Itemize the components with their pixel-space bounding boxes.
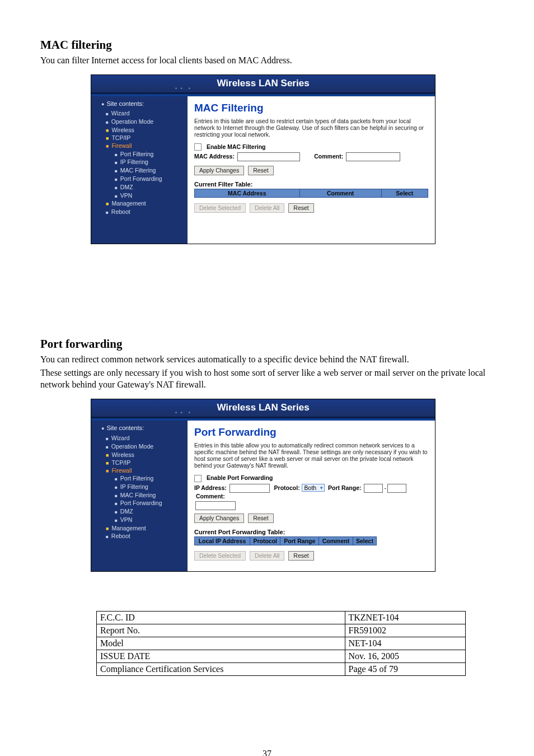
heading-mac-filtering: MAC filtering: [40, 38, 495, 52]
sidebar-item-ip-filtering-2[interactable]: IP Filtering: [92, 483, 188, 491]
sidebar-item-wizard[interactable]: Wizard: [92, 109, 188, 118]
site-contents-label: Site contents:: [92, 99, 188, 110]
sidebar-item-firewall[interactable]: Firewall: [92, 142, 188, 150]
ccs-label: Compliance Certification Services: [97, 663, 345, 676]
enable-mac-filtering-label: Enable MAC Filtering: [207, 143, 266, 150]
mac-address-input[interactable]: [237, 152, 300, 161]
delete-selected-button[interactable]: Delete Selected: [194, 203, 246, 213]
col-comment: Comment: [299, 189, 381, 198]
sidebar-item-wireless[interactable]: Wireless: [92, 126, 188, 134]
col-select: Select: [381, 189, 428, 198]
delete-all-button[interactable]: Delete All: [250, 203, 284, 213]
pf-comment-label: Comment:: [196, 493, 225, 500]
enable-port-forwarding-checkbox[interactable]: [194, 475, 202, 482]
ip-address-label: IP Address:: [194, 484, 227, 491]
pf-comment-input[interactable]: [195, 501, 236, 510]
pf-delete-selected-button[interactable]: Delete Selected: [194, 551, 246, 561]
pf-col-comment: Comment: [319, 537, 353, 545]
mac-address-label: MAC Address:: [194, 153, 235, 160]
sidebar: Site contents: Wizard Operation Mode Wir…: [91, 96, 188, 244]
sidebar-item-tcpip-2[interactable]: TCP/IP: [92, 459, 188, 466]
sidebar-item-reboot-2[interactable]: Reboot: [92, 532, 188, 540]
report-no-value: FR591002: [345, 624, 465, 637]
page-number: 37: [39, 749, 495, 756]
sidebar-item-vpn[interactable]: VPN: [92, 192, 188, 200]
port-forwarding-description: Entries in this table allow you to autom…: [194, 442, 428, 469]
protocol-select[interactable]: Both: [302, 484, 325, 492]
port-range-to-input[interactable]: [387, 484, 406, 493]
sidebar-item-wizard-2[interactable]: Wizard: [92, 434, 188, 442]
enable-port-forwarding-label: Enable Port Forwarding: [207, 474, 273, 481]
ccs-page: Page 45 of 79: [345, 663, 465, 676]
sidebar-item-dmz-2[interactable]: DMZ: [92, 507, 188, 516]
table-row: ModelNET-104: [97, 637, 466, 650]
screenshot-port-forwarding: Wireless LAN Series • • • Site contents:…: [91, 399, 435, 572]
fcc-id-value: TKZNET-104: [345, 612, 465, 624]
sidebar-item-vpn-2[interactable]: VPN: [92, 516, 188, 524]
sidebar-item-firewall-2[interactable]: Firewall: [92, 466, 188, 474]
model-label: Model: [97, 637, 345, 650]
sidebar-item-reboot[interactable]: Reboot: [92, 208, 188, 216]
ip-address-input[interactable]: [229, 484, 270, 493]
pf-delete-all-button[interactable]: Delete All: [250, 551, 284, 561]
sidebar-2: Site contents: Wizard Operation Mode Wir…: [91, 421, 188, 571]
sidebar-item-management[interactable]: Management: [92, 199, 188, 207]
router-header: Wireless LAN Series • • •: [91, 75, 435, 94]
header-dots-2: • • •: [175, 410, 191, 416]
sidebar-item-mac-filtering-2[interactable]: MAC Filtering: [92, 491, 188, 500]
sidebar-item-management-2[interactable]: Management: [92, 524, 188, 532]
table-row: F.C.C. IDTKZNET-104: [97, 612, 466, 624]
col-mac-address: MAC Address: [195, 189, 300, 198]
pf-col-select: Select: [353, 537, 376, 545]
protocol-label: Protocol:: [274, 484, 300, 491]
report-no-label: Report No.: [97, 624, 345, 637]
table-row: Compliance Certification ServicesPage 45…: [97, 663, 466, 676]
sidebar-item-port-filtering-2[interactable]: Port Filtering: [92, 474, 188, 483]
pf-col-ip: Local IP Address: [195, 537, 250, 545]
header-dots: • • •: [175, 86, 191, 91]
issue-date-value: Nov. 16, 2005: [345, 650, 465, 663]
comment-label: Comment:: [314, 153, 343, 160]
reset-button-2[interactable]: Reset: [288, 203, 313, 213]
fcc-id-label: F.C.C. ID: [97, 612, 345, 624]
router-header-2: Wireless LAN Series • • •: [91, 399, 435, 418]
table-row: ISSUE DATENov. 16, 2005: [97, 650, 466, 663]
mac-filtering-description: Entries in this table are used to restri…: [194, 118, 428, 138]
text-port-forwarding-1: You can redirect common network services…: [40, 353, 495, 366]
heading-port-forwarding: Port forwarding: [40, 337, 495, 351]
screenshot-mac-filtering: Wireless LAN Series • • • Site contents:…: [91, 74, 435, 245]
sidebar-item-operation-mode-2[interactable]: Operation Mode: [92, 442, 188, 451]
table-row: Report No.FR591002: [97, 624, 466, 637]
sidebar-item-ip-filtering[interactable]: IP Filtering: [92, 158, 188, 166]
document-info-table: F.C.C. IDTKZNET-104 Report No.FR591002 M…: [96, 611, 466, 676]
port-range-label: Port Range:: [328, 484, 362, 491]
sidebar-item-wireless-2[interactable]: Wireless: [92, 451, 188, 459]
pf-col-port-range: Port Range: [280, 537, 319, 545]
pf-apply-changes-button[interactable]: Apply Changes: [194, 514, 244, 523]
page-title-port-forwarding: Port Forwarding: [194, 426, 428, 438]
sidebar-item-port-forwarding[interactable]: Port Forwarding: [92, 175, 188, 183]
current-pf-table-label: Current Port Forwarding Table:: [194, 529, 428, 535]
model-value: NET-104: [345, 637, 465, 650]
reset-button[interactable]: Reset: [248, 166, 273, 175]
enable-mac-filtering-checkbox[interactable]: [194, 143, 202, 151]
text-port-forwarding-2: These settings are only necessary if you…: [40, 367, 495, 391]
pf-reset-button[interactable]: Reset: [248, 514, 273, 523]
apply-changes-button[interactable]: Apply Changes: [194, 166, 244, 175]
sidebar-item-port-filtering[interactable]: Port Filtering: [92, 150, 188, 158]
issue-date-label: ISSUE DATE: [97, 650, 345, 663]
comment-input[interactable]: [346, 152, 400, 161]
sidebar-item-port-forwarding-2[interactable]: Port Forwarding: [92, 499, 188, 507]
site-contents-label-2: Site contents:: [92, 423, 188, 434]
sidebar-item-tcpip[interactable]: TCP/IP: [92, 134, 188, 142]
pf-reset-button-2[interactable]: Reset: [288, 551, 313, 561]
port-forwarding-table: Local IP Address Protocol Port Range Com…: [194, 536, 377, 545]
page-title-mac-filtering: MAC Filtering: [194, 102, 428, 114]
sidebar-item-operation-mode[interactable]: Operation Mode: [92, 118, 188, 126]
port-range-from-input[interactable]: [364, 484, 383, 493]
sidebar-item-dmz[interactable]: DMZ: [92, 183, 188, 192]
text-mac-filtering-desc: You can filter Internet access for local…: [40, 54, 495, 67]
current-filter-table-label: Current Filter Table:: [194, 181, 428, 188]
sidebar-item-mac-filtering[interactable]: MAC Filtering: [92, 166, 188, 175]
product-title: Wireless LAN Series: [217, 78, 309, 88]
